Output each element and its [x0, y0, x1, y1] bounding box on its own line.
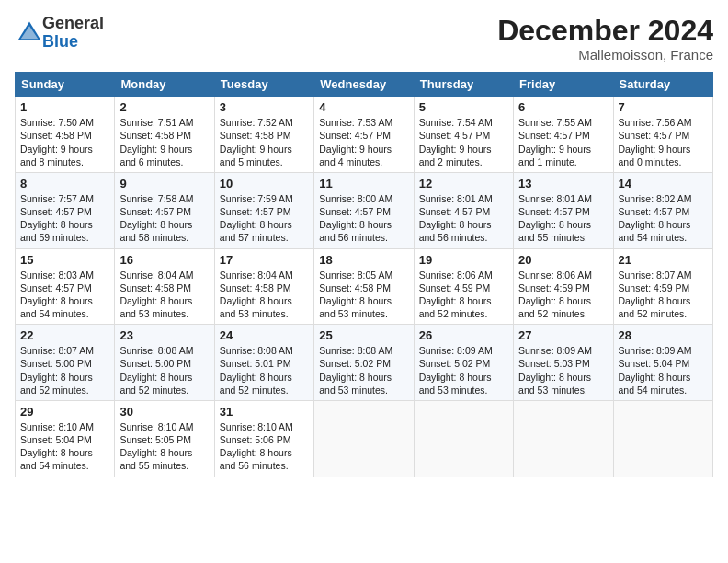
- cell-info-line: Sunset: 4:57 PM: [419, 205, 508, 218]
- calendar-cell: 9Sunrise: 7:58 AMSunset: 4:57 PMDaylight…: [115, 172, 214, 248]
- cell-info-line: Sunset: 4:58 PM: [20, 129, 109, 142]
- calendar-cell: 13Sunrise: 8:01 AMSunset: 4:57 PMDayligh…: [514, 172, 613, 248]
- calendar-cell: 3Sunrise: 7:52 AMSunset: 4:58 PMDaylight…: [214, 97, 313, 173]
- calendar-cell: 31Sunrise: 8:10 AMSunset: 5:06 PMDayligh…: [214, 400, 313, 477]
- cell-info-line: Sunrise: 8:08 AM: [220, 344, 309, 357]
- cell-info-line: Sunrise: 8:09 AM: [419, 344, 508, 357]
- cell-info-line: Sunrise: 8:05 AM: [319, 269, 408, 282]
- day-number: 30: [119, 405, 209, 419]
- cell-info-line: and 56 minutes.: [220, 459, 309, 472]
- day-number: 29: [20, 405, 109, 419]
- cell-info-line: Daylight: 8 hours: [619, 218, 708, 231]
- cell-info-line: Sunset: 5:01 PM: [220, 357, 309, 370]
- cell-info-line: Sunset: 4:59 PM: [619, 282, 708, 294]
- day-number: 16: [119, 253, 209, 267]
- cell-info-line: Sunset: 5:04 PM: [619, 357, 708, 370]
- cell-info-line: and 0 minutes.: [619, 155, 708, 168]
- calendar-cell: 18Sunrise: 8:05 AMSunset: 4:58 PMDayligh…: [314, 248, 414, 325]
- calendar-cell: 8Sunrise: 7:57 AMSunset: 4:57 PMDaylight…: [16, 172, 115, 248]
- cell-info-line: and 6 minutes.: [119, 155, 209, 168]
- cell-info-line: Sunset: 5:02 PM: [319, 357, 408, 370]
- cell-info-line: Sunrise: 8:04 AM: [119, 269, 209, 282]
- day-number: 1: [20, 100, 109, 114]
- cell-info-line: Daylight: 8 hours: [518, 218, 608, 231]
- cell-info-line: Sunrise: 8:03 AM: [20, 269, 109, 282]
- calendar-cell: 30Sunrise: 8:10 AMSunset: 5:05 PMDayligh…: [115, 400, 214, 477]
- cell-info-line: and 56 minutes.: [419, 231, 508, 244]
- col-header-sunday: Sunday: [16, 73, 115, 97]
- cell-info-line: Daylight: 8 hours: [119, 371, 209, 384]
- col-header-wednesday: Wednesday: [314, 73, 414, 97]
- cell-info-line: Daylight: 8 hours: [20, 218, 109, 231]
- cell-info-line: Daylight: 8 hours: [619, 371, 708, 384]
- cell-info-line: Sunrise: 8:06 AM: [518, 269, 608, 282]
- day-number: 10: [220, 177, 309, 190]
- day-number: 7: [619, 100, 708, 114]
- cell-info-line: and 54 minutes.: [20, 307, 109, 320]
- calendar-cell: 10Sunrise: 7:59 AMSunset: 4:57 PMDayligh…: [214, 172, 313, 248]
- cell-info-line: and 52 minutes.: [518, 307, 608, 320]
- cell-info-line: and 5 minutes.: [220, 155, 309, 168]
- cell-info-line: and 52 minutes.: [619, 307, 708, 320]
- cell-info-line: Sunset: 4:57 PM: [20, 282, 109, 294]
- day-number: 14: [619, 177, 708, 190]
- col-header-thursday: Thursday: [414, 73, 513, 97]
- cell-info-line: Daylight: 8 hours: [119, 446, 209, 459]
- cell-info-line: and 52 minutes.: [20, 384, 109, 396]
- cell-info-line: and 53 minutes.: [518, 384, 608, 396]
- calendar-cell: 4Sunrise: 7:53 AMSunset: 4:57 PMDaylight…: [314, 97, 414, 173]
- cell-info-line: Sunset: 4:58 PM: [220, 282, 309, 294]
- day-number: 12: [419, 177, 508, 190]
- cell-info-line: and 1 minute.: [518, 155, 608, 168]
- day-number: 8: [20, 177, 109, 190]
- calendar-cell: 16Sunrise: 8:04 AMSunset: 4:58 PMDayligh…: [115, 248, 214, 325]
- cell-info-line: Sunset: 4:58 PM: [119, 282, 209, 294]
- cell-info-line: Daylight: 9 hours: [20, 143, 109, 155]
- calendar-cell: 23Sunrise: 8:08 AMSunset: 5:00 PMDayligh…: [115, 325, 214, 401]
- cell-info-line: Daylight: 8 hours: [20, 371, 109, 384]
- calendar-cell: 29Sunrise: 8:10 AMSunset: 5:04 PMDayligh…: [16, 400, 115, 477]
- cell-info-line: Sunset: 4:57 PM: [119, 205, 209, 218]
- title-block: December 2024 Mallemoisson, France: [497, 15, 713, 63]
- calendar-cell: 21Sunrise: 8:07 AMSunset: 4:59 PMDayligh…: [613, 248, 712, 325]
- day-number: 23: [119, 328, 209, 342]
- cell-info-line: Sunrise: 8:07 AM: [619, 269, 708, 282]
- cell-info-line: and 57 minutes.: [220, 231, 309, 244]
- cell-info-line: Sunset: 4:57 PM: [220, 205, 309, 218]
- day-number: 19: [419, 253, 508, 267]
- col-header-tuesday: Tuesday: [214, 73, 313, 97]
- cell-info-line: Sunrise: 8:09 AM: [619, 344, 708, 357]
- cell-info-line: Sunrise: 8:01 AM: [518, 192, 608, 205]
- cell-info-line: Sunrise: 7:50 AM: [20, 116, 109, 129]
- cell-info-line: and 52 minutes.: [119, 384, 209, 396]
- calendar-cell: 14Sunrise: 8:02 AMSunset: 4:57 PMDayligh…: [613, 172, 712, 248]
- cell-info-line: Daylight: 8 hours: [20, 446, 109, 459]
- cell-info-line: Sunset: 4:58 PM: [119, 129, 209, 142]
- calendar-cell: 11Sunrise: 8:00 AMSunset: 4:57 PMDayligh…: [314, 172, 414, 248]
- cell-info-line: Sunset: 4:57 PM: [518, 129, 608, 142]
- calendar-week-4: 22Sunrise: 8:07 AMSunset: 5:00 PMDayligh…: [16, 325, 713, 401]
- cell-info-line: Sunrise: 8:06 AM: [419, 269, 508, 282]
- cell-info-line: Sunset: 4:57 PM: [20, 205, 109, 218]
- day-number: 25: [319, 328, 408, 342]
- cell-info-line: Sunrise: 7:59 AM: [220, 192, 309, 205]
- cell-info-line: Sunrise: 7:56 AM: [619, 116, 708, 129]
- calendar-cell: [414, 400, 513, 477]
- cell-info-line: Daylight: 8 hours: [619, 294, 708, 307]
- cell-info-line: Sunrise: 7:51 AM: [119, 116, 209, 129]
- calendar-cell: 2Sunrise: 7:51 AMSunset: 4:58 PMDaylight…: [115, 97, 214, 173]
- cell-info-line: and 53 minutes.: [319, 384, 408, 396]
- cell-info-line: Sunset: 5:06 PM: [220, 433, 309, 446]
- calendar-cell: 7Sunrise: 7:56 AMSunset: 4:57 PMDaylight…: [613, 97, 712, 173]
- cell-info-line: and 53 minutes.: [220, 307, 309, 320]
- cell-info-line: Daylight: 8 hours: [20, 294, 109, 307]
- day-number: 4: [319, 100, 408, 114]
- cell-info-line: Daylight: 8 hours: [419, 218, 508, 231]
- day-number: 6: [518, 100, 608, 114]
- day-number: 22: [20, 328, 109, 342]
- calendar-cell: 19Sunrise: 8:06 AMSunset: 4:59 PMDayligh…: [414, 248, 513, 325]
- cell-info-line: Daylight: 9 hours: [518, 143, 608, 155]
- cell-info-line: Daylight: 8 hours: [419, 371, 508, 384]
- logo-general: General: [42, 15, 104, 33]
- header: General Blue December 2024 Mallemoisson,…: [15, 15, 713, 63]
